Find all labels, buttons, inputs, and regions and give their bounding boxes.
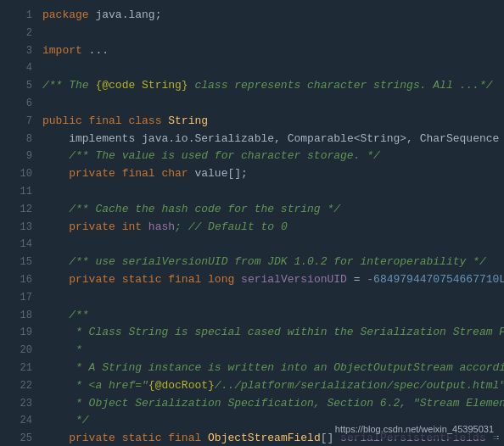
token: class [128, 114, 168, 127]
token: public [42, 114, 89, 127]
token: * <a href=" [76, 379, 148, 392]
line-number: 19 [8, 325, 32, 341]
token [42, 309, 69, 321]
token: /** use serialVersionUID from JDK 1.0.2 … [69, 255, 485, 268]
line-number: 11 [8, 184, 32, 200]
line-number: 3 [8, 43, 32, 59]
token [42, 273, 69, 286]
line-number: 23 [8, 396, 32, 412]
token: Comparable [288, 132, 354, 145]
token [42, 343, 76, 356]
code-line: 9 /** The value is used for character st… [0, 148, 504, 165]
line-number: 16 [8, 272, 32, 288]
code-line: 7public final class String [0, 113, 504, 131]
code-line: 15 /** use serialVersionUID from JDK 1.0… [0, 254, 504, 271]
token: class represents character strings. All … [188, 79, 493, 92]
token [42, 379, 76, 392]
token: */ [76, 414, 89, 426]
line-number: 15 [8, 254, 32, 270]
code-line: 10 private final char value[]; [0, 165, 504, 183]
token [42, 326, 76, 338]
token [42, 220, 69, 233]
code-line: 18 /** [0, 307, 504, 325]
line-content: package java.lang; [42, 7, 504, 25]
token: {@code String} [95, 79, 188, 92]
token: /** The [42, 79, 95, 92]
token: ; [155, 8, 162, 21]
code-line: 23 * Object Serialization Specification,… [0, 395, 504, 413]
token: serialVersionUID [241, 273, 347, 286]
token [42, 397, 76, 410]
token [42, 149, 69, 162]
line-number: 5 [8, 78, 32, 94]
token: java.io.Serializable [142, 132, 274, 145]
line-content: /** The value is used for character stor… [42, 148, 504, 165]
line-number: 14 [8, 237, 32, 253]
token: /** The value is used for character stor… [69, 149, 380, 162]
line-content: * [42, 342, 504, 360]
token: , [406, 132, 420, 145]
line-content: private int hash; // Default to 0 [42, 219, 504, 237]
token: java.lang [95, 8, 154, 21]
line-content: * Class String is special cased within t… [42, 324, 504, 342]
line-content [42, 59, 504, 77]
line-content: * A String instance is written into an O… [42, 360, 504, 377]
token [42, 361, 76, 374]
code-editor: 1package java.lang;2 3import ...4 5/** T… [0, 0, 504, 446]
token: * A String instance is written into an O… [76, 361, 504, 374]
line-number: 1 [8, 8, 32, 24]
line-content [42, 183, 504, 201]
token: package [42, 8, 95, 21]
code-line: 5/** The {@code String} class represents… [0, 77, 504, 95]
line-number: 8 [8, 131, 32, 148]
token: private [69, 432, 121, 444]
token: -6849794470754667710L [367, 273, 504, 286]
token: /** [69, 309, 88, 321]
line-content [42, 95, 504, 113]
code-line: 12 /** Cache the hash code for the strin… [0, 201, 504, 219]
token: String [168, 114, 208, 127]
line-content: /** Cache the hash code for the string *… [42, 201, 504, 219]
token: hash [148, 220, 175, 233]
code-line: 1package java.lang; [0, 7, 504, 25]
token: { [499, 132, 504, 145]
token: int [122, 220, 148, 233]
code-line: 3import ... [0, 42, 504, 60]
token: final [168, 432, 208, 444]
code-line: 17 [0, 289, 504, 307]
token: CharSequence [420, 132, 500, 145]
token: private [69, 220, 121, 233]
line-number: 2 [8, 25, 32, 42]
line-number: 9 [8, 148, 32, 164]
token: private [69, 273, 121, 286]
line-number: 20 [8, 343, 32, 359]
token: static [122, 273, 169, 286]
line-content: public final class String [42, 113, 504, 131]
token: value[] [194, 167, 241, 180]
token: private [69, 167, 121, 180]
line-content: /** [42, 307, 504, 325]
token: ; [241, 167, 248, 180]
token: ; // Default to 0 [175, 220, 288, 233]
line-number: 10 [8, 166, 32, 182]
token: /** Cache the hash code for the string *… [69, 203, 340, 215]
line-content: implements java.io.Serializable, Compara… [42, 131, 504, 148]
code-line: 2 [0, 25, 504, 42]
token: = [347, 273, 367, 286]
watermark: https://blog.csdn.net/weixin_45395031 [332, 421, 497, 439]
line-number: 12 [8, 202, 32, 218]
token [42, 203, 69, 215]
line-number: 6 [8, 96, 32, 112]
line-number: 7 [8, 114, 32, 130]
code-line: 6 [0, 95, 504, 113]
line-content: import ... [42, 42, 504, 60]
line-content: * Object Serialization Specification, Se… [42, 395, 504, 413]
token: char [161, 167, 194, 180]
line-number: 17 [8, 290, 32, 306]
token [42, 432, 69, 444]
code-line: 8 implements java.io.Serializable, Compa… [0, 131, 504, 148]
line-content [42, 236, 504, 254]
code-line: 22 * <a href="{@docRoot}/../platform/ser… [0, 377, 504, 395]
line-number: 18 [8, 308, 32, 324]
token: final [122, 167, 162, 180]
